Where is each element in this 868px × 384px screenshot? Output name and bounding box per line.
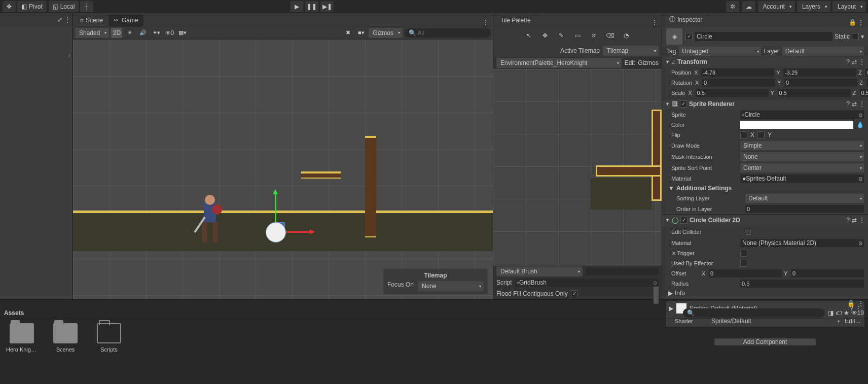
menu-icon[interactable]: ⋮	[859, 58, 865, 65]
scene-search[interactable]: 🔍	[405, 28, 491, 38]
menu-icon[interactable]: ⋮	[64, 16, 70, 23]
favorite-icon[interactable]: ★	[844, 309, 849, 317]
circle-object[interactable]	[266, 222, 286, 242]
draw-mode-dropdown[interactable]: Simple	[740, 141, 864, 150]
inspector-tab-lock[interactable]: 🔒 ⋮	[847, 19, 866, 26]
tag-dropdown[interactable]: Untagged	[679, 47, 761, 56]
tile-move-tool[interactable]: ✥	[538, 29, 552, 42]
step-button[interactable]: ▶❚	[320, 1, 334, 12]
tile-box-tool[interactable]: ▭	[570, 29, 585, 42]
component-enabled-checkbox[interactable]	[680, 217, 688, 224]
hidden-count-icon[interactable]: 👁19	[851, 309, 864, 317]
offset-x-input[interactable]	[709, 269, 782, 277]
hand-tool[interactable]: ✥	[3, 1, 16, 12]
tab-menu-icon[interactable]: ⋮	[481, 19, 491, 26]
eyedropper-icon[interactable]: 💧	[856, 121, 864, 128]
fold-icon[interactable]: ▼	[665, 101, 670, 107]
tools-icon[interactable]: ✖	[342, 28, 353, 38]
camera-icon[interactable]: ■▾	[355, 28, 367, 38]
popout-icon[interactable]: ⤢	[57, 16, 62, 23]
pos-x-input[interactable]	[701, 68, 774, 77]
pivot-toggle[interactable]: ◧ Pivot	[17, 1, 47, 12]
palette-edit-button[interactable]: Edit	[625, 59, 635, 66]
fold-icon[interactable]: ▼	[665, 59, 670, 64]
order-input[interactable]	[745, 205, 864, 213]
static-checkbox[interactable]	[852, 33, 859, 40]
brush-dropdown[interactable]: Default Brush	[496, 266, 583, 276]
mode-2d-toggle[interactable]: 2D	[111, 28, 122, 38]
pause-button[interactable]: ❚❚	[305, 1, 318, 12]
tile-brush-tool[interactable]: ✎	[554, 29, 568, 42]
material-field[interactable]: ● Sprites-Default	[740, 174, 864, 183]
color-field[interactable]	[740, 121, 853, 129]
hidden-objects-icon[interactable]: 👁0	[164, 28, 175, 38]
tab-scene[interactable]: ⌗ Scene	[75, 15, 108, 26]
cloud-icon[interactable]: ☁	[742, 1, 755, 12]
physics-material-field[interactable]: None (Physics Material 2D)	[740, 239, 864, 247]
play-button[interactable]: ▶	[290, 1, 303, 12]
active-checkbox[interactable]	[685, 33, 693, 40]
sprite-field[interactable]: ▫ Circle	[740, 111, 864, 119]
sorting-layer-dropdown[interactable]: Default	[745, 194, 864, 203]
tile-fill-tool[interactable]: ◔	[619, 29, 633, 42]
asset-folder[interactable]: Scenes	[50, 323, 81, 366]
layout-dropdown[interactable]: Layout	[833, 1, 866, 12]
tile-select-tool[interactable]: ↖	[522, 29, 536, 42]
menu-icon[interactable]: ⋮	[858, 300, 864, 307]
object-type-icon[interactable]: ◈	[666, 28, 682, 45]
focus-on-dropdown[interactable]: None	[418, 281, 484, 291]
is-trigger-checkbox[interactable]	[740, 250, 747, 257]
scl-y-input[interactable]	[778, 89, 851, 97]
palette-gizmos-toggle[interactable]: Gizmos	[638, 59, 659, 66]
tile-picker-tool[interactable]: ⤯	[587, 29, 601, 42]
pos-z-input[interactable]	[865, 68, 868, 77]
static-dropdown-icon[interactable]: ▾	[861, 33, 864, 40]
account-dropdown[interactable]: Account	[758, 1, 795, 12]
collab-icon[interactable]: ✲	[726, 1, 739, 12]
tile-tab-menu[interactable]: ⋮	[649, 19, 660, 26]
filter-icon[interactable]: ◨	[828, 309, 834, 317]
flood-fill-checkbox[interactable]	[571, 290, 578, 297]
flip-x-checkbox[interactable]	[740, 131, 747, 138]
scene-view[interactable]: Tilemap Focus On None	[73, 40, 493, 299]
snap-tool[interactable]: ┼	[80, 1, 93, 12]
edit-collider-button[interactable]: ⬚	[741, 227, 755, 237]
layer-dropdown[interactable]: Default	[782, 47, 864, 56]
layers-dropdown[interactable]: Layers	[797, 1, 830, 12]
gizmos-dropdown[interactable]: Gizmos	[369, 28, 403, 38]
object-name-input[interactable]	[695, 32, 833, 41]
lighting-icon[interactable]: ☀	[124, 28, 135, 38]
tab-game[interactable]: ᯅ Game	[108, 15, 143, 26]
scl-z-input[interactable]	[860, 89, 868, 97]
used-by-effector-checkbox[interactable]	[740, 260, 747, 267]
radius-input[interactable]	[740, 280, 864, 288]
mask-dropdown[interactable]: None	[740, 152, 864, 161]
flip-y-checkbox[interactable]	[757, 131, 765, 138]
lock-icon[interactable]: 🔒	[847, 300, 855, 307]
component-enabled-checkbox[interactable]	[680, 100, 687, 108]
active-tilemap-dropdown[interactable]: Tilemap	[603, 46, 659, 56]
gizmo-y-axis[interactable]	[275, 191, 276, 222]
assets-search[interactable]: 🔍	[683, 308, 825, 318]
palette-dropdown[interactable]: EnvironmentPalette_HeroKnight	[496, 58, 622, 68]
fold-icon[interactable]: ▼	[665, 218, 670, 223]
pos-y-input[interactable]	[783, 68, 856, 77]
palette-view[interactable]	[493, 69, 662, 266]
help-icon[interactable]: ?	[846, 58, 850, 65]
shading-dropdown[interactable]: Shaded	[75, 28, 109, 38]
tab-tile-palette[interactable]: Tile Palette	[495, 15, 536, 26]
assets-grid[interactable]: Hero Knigh... Scenes Scripts	[0, 319, 868, 370]
shader-dropdown[interactable]: Sprites/Default	[708, 317, 842, 326]
grid-icon[interactable]: ▦▾	[177, 28, 188, 38]
info-foldout[interactable]: Info	[675, 290, 685, 297]
asset-folder[interactable]: Hero Knigh...	[6, 323, 38, 366]
tile-erase-tool[interactable]: ⌫	[603, 29, 617, 42]
rot-y-input[interactable]	[784, 79, 857, 87]
sort-point-dropdown[interactable]: Center	[740, 163, 864, 172]
local-toggle[interactable]: ◱ Local	[49, 1, 79, 12]
scene-search-input[interactable]	[416, 29, 489, 37]
label-icon[interactable]: 🏷	[836, 309, 842, 317]
audio-icon[interactable]: 🔊	[137, 28, 149, 38]
rot-x-input[interactable]	[702, 79, 775, 87]
chevron-right-icon[interactable]: ›	[68, 52, 70, 59]
